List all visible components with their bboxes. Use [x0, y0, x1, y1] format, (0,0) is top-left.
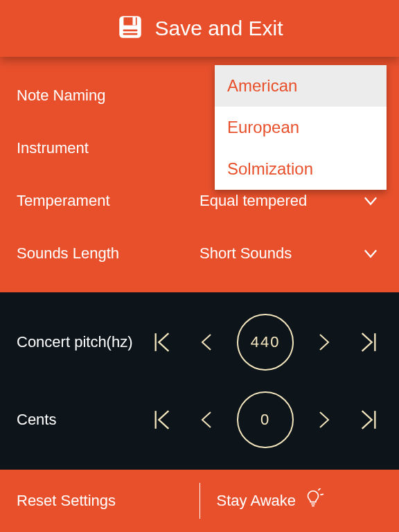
note-naming-dropdown: American European Solmization — [215, 65, 387, 190]
reset-settings-label: Reset Settings — [17, 492, 116, 510]
skip-first-icon[interactable] — [148, 408, 176, 432]
dropdown-option-american[interactable]: American — [215, 65, 387, 107]
cents-controls: 0 — [148, 391, 382, 448]
note-naming-label: Note Naming — [17, 87, 200, 105]
stay-awake-button[interactable]: Stay Awake — [200, 470, 400, 532]
svg-line-12 — [320, 494, 323, 495]
sounds-length-value: Short Sounds — [200, 245, 359, 263]
svg-rect-4 — [123, 33, 138, 35]
settings-panel: Note Naming Instrument Temperament Equal… — [0, 57, 399, 292]
row-sounds-length[interactable]: Sounds Length Short Sounds — [0, 227, 399, 280]
concert-pitch-controls: 440 — [148, 314, 382, 371]
stay-awake-label: Stay Awake — [217, 492, 296, 510]
cents-label: Cents — [17, 410, 148, 429]
row-concert-pitch: Concert pitch(hz) 440 — [0, 303, 399, 381]
skip-last-icon[interactable] — [355, 408, 382, 432]
svg-line-11 — [319, 488, 321, 490]
sounds-length-label: Sounds Length — [17, 245, 200, 263]
instrument-label: Instrument — [17, 139, 200, 157]
reset-settings-button[interactable]: Reset Settings — [0, 470, 200, 532]
lightbulb-icon — [303, 488, 323, 513]
dropdown-option-solmization[interactable]: Solmization — [215, 148, 387, 190]
next-icon[interactable] — [310, 408, 338, 432]
stepper-panel: Concert pitch(hz) 440 Cents — [0, 292, 399, 470]
chevron-down-icon — [359, 244, 382, 263]
skip-last-icon[interactable] — [355, 330, 382, 354]
chevron-down-icon — [359, 191, 382, 211]
next-icon[interactable] — [310, 330, 338, 354]
save-and-exit-button[interactable]: Save and Exit — [154, 17, 283, 40]
temperament-value: Equal tempered — [200, 192, 359, 210]
row-cents: Cents 0 — [0, 381, 399, 459]
concert-pitch-value: 440 — [237, 314, 294, 371]
save-icon — [116, 12, 145, 44]
bottom-bar: Reset Settings Stay Awake — [0, 470, 399, 532]
concert-pitch-label: Concert pitch(hz) — [17, 332, 148, 352]
header-bar: Save and Exit — [0, 0, 399, 57]
prev-icon[interactable] — [193, 330, 220, 354]
svg-rect-2 — [133, 17, 136, 25]
temperament-label: Temperament — [17, 192, 200, 210]
svg-rect-3 — [123, 30, 138, 32]
cents-value: 0 — [237, 391, 294, 448]
prev-icon[interactable] — [193, 408, 220, 432]
skip-first-icon[interactable] — [148, 330, 176, 354]
dropdown-option-european[interactable]: European — [215, 107, 387, 148]
